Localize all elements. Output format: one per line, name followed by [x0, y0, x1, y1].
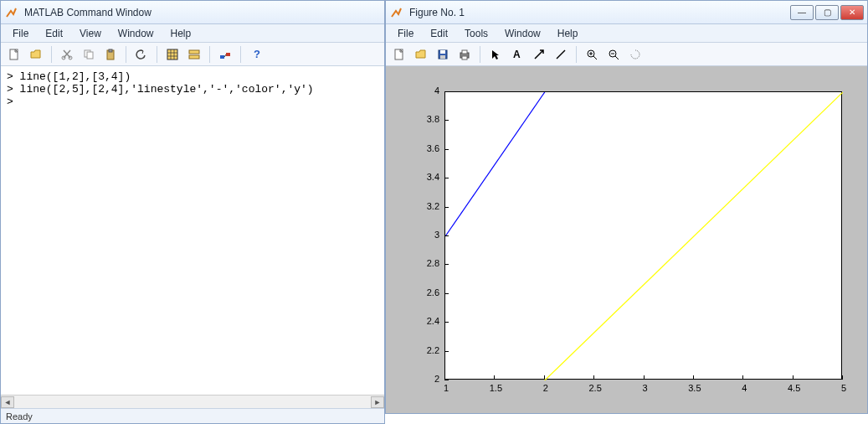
command-window: MATLAB Command Window File Edit View Win…: [0, 0, 385, 424]
svg-rect-11: [226, 53, 230, 56]
series-line1: [445, 92, 545, 236]
simulink-icon[interactable]: [215, 45, 235, 64]
path-browser-icon[interactable]: [184, 45, 204, 64]
command-title: MATLAB Command Window: [24, 7, 381, 18]
y-tick-label: 3.4: [414, 172, 439, 182]
x-tick-label: 4: [734, 383, 754, 393]
svg-text:A: A: [513, 49, 521, 60]
separator: [576, 46, 577, 63]
menu-file[interactable]: File: [389, 26, 422, 41]
svg-rect-6: [109, 49, 112, 52]
zoom-in-icon[interactable]: [582, 45, 602, 64]
svg-rect-8: [189, 50, 199, 54]
plot-axes: [444, 91, 842, 380]
command-titlebar: MATLAB Command Window: [1, 1, 384, 24]
menu-view[interactable]: View: [71, 26, 110, 41]
paste-icon[interactable]: [100, 45, 121, 64]
rotate-icon[interactable]: [625, 45, 645, 64]
minimize-button[interactable]: —: [790, 5, 814, 20]
figure-titlebar: Figure No. 1 — ▢ ✕: [386, 1, 867, 24]
menu-window[interactable]: Window: [496, 26, 549, 41]
pointer-icon[interactable]: [485, 45, 506, 64]
figure-toolbar: A: [386, 43, 867, 66]
x-tick-label: 3: [635, 383, 655, 393]
x-tick-label: 3.5: [685, 383, 705, 393]
figure-canvas[interactable]: 22.22.42.62.833.23.43.63.8411.522.533.54…: [386, 66, 867, 413]
svg-rect-15: [440, 50, 445, 54]
close-button[interactable]: ✕: [840, 5, 864, 20]
y-tick-label: 2.2: [414, 345, 439, 355]
cut-icon[interactable]: [57, 45, 77, 64]
console-text[interactable]: > line([1,2],[3,4]) > line([2,5],[2,4],'…: [1, 66, 384, 395]
y-tick-label: 4: [414, 85, 439, 96]
separator: [51, 46, 52, 63]
y-tick-label: 2.4: [414, 316, 439, 326]
save-icon[interactable]: [433, 45, 453, 64]
series-line2: [545, 92, 843, 380]
svg-rect-16: [440, 55, 445, 59]
matlab-icon: [389, 5, 404, 20]
y-tick-label: 2.6: [414, 287, 439, 297]
menu-file[interactable]: File: [4, 26, 37, 41]
svg-rect-4: [87, 52, 93, 59]
svg-rect-18: [462, 50, 467, 54]
help-icon[interactable]: ?: [246, 45, 266, 64]
menu-window[interactable]: Window: [110, 26, 162, 41]
separator: [480, 46, 480, 63]
separator: [209, 46, 210, 63]
command-statusbar: Ready: [1, 408, 384, 423]
scroll-right-icon[interactable]: ►: [371, 396, 384, 408]
menu-edit[interactable]: Edit: [422, 26, 456, 41]
arrow-icon[interactable]: [529, 45, 549, 64]
open-file-icon[interactable]: [26, 45, 46, 64]
status-text: Ready: [6, 411, 33, 421]
command-toolbar: ?: [1, 43, 384, 66]
x-tick-label: 2.5: [585, 383, 605, 393]
x-tick-label: 5: [834, 383, 854, 393]
figure-window: Figure No. 1 — ▢ ✕ File Edit Tools Windo…: [385, 0, 868, 414]
scroll-left-icon[interactable]: ◄: [1, 396, 14, 408]
menu-help[interactable]: Help: [162, 26, 200, 41]
x-tick-label: 1.5: [485, 383, 506, 393]
new-figure-icon[interactable]: [389, 45, 409, 64]
figure-title: Figure No. 1: [409, 7, 790, 18]
separator: [157, 46, 157, 63]
x-tick-label: 1: [436, 383, 456, 393]
undo-icon[interactable]: [131, 45, 152, 64]
workspace-icon[interactable]: [162, 45, 182, 64]
open-icon[interactable]: [411, 45, 431, 64]
h-scrollbar[interactable]: ◄ ►: [1, 395, 384, 408]
matlab-icon: [4, 5, 19, 20]
menu-tools[interactable]: Tools: [456, 26, 496, 41]
line-icon[interactable]: [551, 45, 571, 64]
menu-help[interactable]: Help: [549, 26, 587, 41]
plot-lines: [445, 92, 843, 380]
figure-menubar: File Edit Tools Window Help: [386, 24, 867, 43]
svg-text:?: ?: [254, 48, 260, 60]
y-tick-label: 3.2: [414, 201, 439, 211]
svg-rect-7: [167, 49, 177, 59]
copy-icon[interactable]: [79, 45, 99, 64]
svg-rect-10: [220, 55, 224, 59]
svg-rect-19: [462, 56, 467, 59]
y-tick-label: 3.6: [414, 143, 439, 153]
print-icon[interactable]: [455, 45, 475, 64]
y-tick-label: 3.8: [414, 114, 439, 124]
separator: [126, 46, 126, 63]
new-file-icon[interactable]: [4, 45, 24, 64]
text-icon[interactable]: A: [507, 45, 527, 64]
y-tick-label: 2.8: [414, 258, 439, 268]
menu-edit[interactable]: Edit: [37, 26, 71, 41]
svg-rect-9: [189, 55, 199, 59]
separator: [240, 46, 241, 63]
y-tick-label: 3: [414, 230, 439, 240]
command-menubar: File Edit View Window Help: [1, 24, 384, 43]
zoom-out-icon[interactable]: [603, 45, 624, 64]
maximize-button[interactable]: ▢: [815, 5, 839, 20]
x-tick-label: 2: [536, 383, 556, 393]
window-controls: — ▢ ✕: [790, 5, 864, 20]
x-tick-label: 4.5: [784, 383, 804, 393]
